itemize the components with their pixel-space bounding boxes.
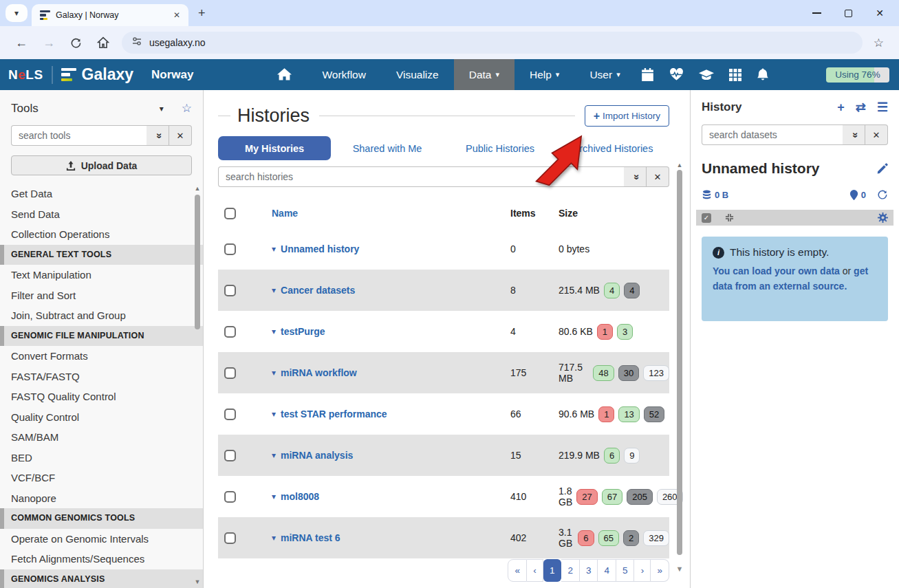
favorites-star-icon[interactable]: ☆: [182, 101, 192, 116]
datasets-search-advanced-button[interactable]: «: [843, 124, 865, 145]
collapse-items-icon[interactable]: [725, 213, 734, 222]
page-button-4[interactable]: 4: [598, 559, 616, 582]
grid-icon[interactable]: [729, 69, 741, 81]
histories-search-advanced-button[interactable]: «: [624, 166, 647, 187]
caret-down-icon[interactable]: ▾: [272, 450, 276, 460]
back-button[interactable]: ←: [15, 36, 28, 50]
scroll-up-icon[interactable]: ▲: [193, 185, 202, 192]
nav-item-visualize[interactable]: Visualize: [381, 59, 454, 90]
window-close-button[interactable]: ✕: [876, 8, 884, 18]
switch-history-icon[interactable]: ⇄: [856, 100, 866, 115]
row-checkbox[interactable]: [224, 491, 236, 503]
tab-shared-with-me[interactable]: Shared with Me: [331, 136, 444, 160]
tool-category-item[interactable]: FASTQ Quality Control: [0, 386, 203, 407]
tool-category-item[interactable]: Nanopore: [0, 488, 203, 509]
history-name-link[interactable]: test STAR performance: [281, 409, 387, 420]
brand[interactable]: NeLS Galaxy Norway: [8, 65, 193, 84]
new-tab-button[interactable]: +: [198, 6, 206, 21]
caret-down-icon[interactable]: ▾: [272, 368, 276, 378]
site-settings-icon[interactable]: [131, 36, 142, 50]
page-button-1[interactable]: 1: [543, 559, 562, 582]
page-button-»[interactable]: »: [651, 559, 669, 582]
datasets-search-input[interactable]: [702, 124, 843, 145]
page-button-2[interactable]: 2: [561, 559, 580, 582]
row-checkbox[interactable]: [224, 285, 236, 296]
nav-item-workflow[interactable]: Workflow: [307, 59, 380, 90]
history-name-link[interactable]: miRNA analysis: [281, 450, 353, 461]
history-options-icon[interactable]: ☰: [877, 100, 888, 115]
caret-down-icon[interactable]: ▾: [272, 244, 276, 254]
tool-category-item[interactable]: Filter and Sort: [0, 285, 203, 306]
address-bar[interactable]: usegalaxy.no: [122, 32, 863, 54]
chevron-down-button[interactable]: ▾: [6, 4, 28, 22]
upload-data-button[interactable]: Upload Data: [11, 155, 192, 175]
nav-item-help[interactable]: Help▾: [515, 59, 574, 90]
histories-search-clear-button[interactable]: ✕: [647, 166, 669, 187]
create-history-icon[interactable]: +: [837, 100, 845, 115]
caret-down-icon[interactable]: ▾: [272, 533, 276, 543]
window-maximize-button[interactable]: [845, 10, 852, 17]
tools-search-input[interactable]: [11, 125, 147, 146]
tools-scrollbar[interactable]: ▲ ▼: [193, 185, 202, 585]
current-history-name[interactable]: Unnamed history: [702, 160, 876, 177]
scroll-down-icon[interactable]: ▼: [675, 565, 684, 573]
tool-category-item[interactable]: VCF/BCF: [0, 468, 203, 488]
tool-category-item[interactable]: SAM/BAM: [0, 427, 203, 448]
history-name-link[interactable]: Unnamed history: [281, 243, 359, 254]
forward-button[interactable]: →: [43, 36, 55, 50]
caret-down-icon[interactable]: ▾: [272, 409, 276, 419]
tools-search-advanced-button[interactable]: «: [147, 125, 169, 146]
usage-badge[interactable]: Using 76%: [826, 67, 889, 83]
tool-category-item[interactable]: Convert Formats: [0, 346, 203, 367]
caret-down-icon[interactable]: ▾: [272, 285, 276, 295]
load-own-data-link[interactable]: You can load your own data: [713, 265, 840, 276]
column-header-name[interactable]: Name: [261, 208, 500, 219]
row-checkbox[interactable]: [224, 409, 236, 420]
history-name-link[interactable]: miRNA test 6: [281, 532, 340, 543]
history-name-link[interactable]: testPurge: [281, 326, 325, 337]
caret-down-icon[interactable]: ▾: [272, 327, 276, 336]
datasets-search-clear-button[interactable]: ✕: [865, 124, 888, 145]
page-button-3[interactable]: 3: [580, 559, 598, 582]
home-button[interactable]: [97, 36, 109, 49]
row-checkbox[interactable]: [224, 326, 236, 338]
tool-category-item[interactable]: Text Manipulation: [0, 265, 203, 285]
row-checkbox[interactable]: [224, 450, 236, 461]
graduation-cap-icon[interactable]: [699, 69, 714, 81]
edit-pencil-icon[interactable]: [876, 163, 888, 175]
page-button-‹[interactable]: ‹: [527, 559, 543, 582]
heartbeat-icon[interactable]: [669, 68, 684, 81]
tool-category-item[interactable]: BED: [0, 448, 203, 468]
select-all-checkbox[interactable]: [224, 208, 236, 219]
tab-my-histories[interactable]: My Histories: [218, 136, 331, 160]
tools-view-dropdown[interactable]: ▾: [160, 104, 164, 113]
tool-category-item[interactable]: Get Data: [0, 184, 203, 204]
select-items-checkbox[interactable]: ✓: [702, 213, 711, 223]
tool-category-item[interactable]: Join, Subtract and Group: [0, 305, 203, 326]
main-scrollbar[interactable]: ▲ ▼: [675, 162, 684, 573]
bell-icon[interactable]: [757, 68, 769, 81]
history-annotations[interactable]: 0: [849, 190, 866, 200]
tool-category-item[interactable]: Send Data: [0, 204, 203, 225]
scroll-up-icon[interactable]: ▲: [675, 162, 684, 168]
history-size[interactable]: 0 B: [702, 190, 728, 200]
page-button-«[interactable]: «: [508, 559, 527, 582]
gear-icon[interactable]: [878, 213, 888, 223]
row-checkbox[interactable]: [224, 243, 236, 255]
history-name-link[interactable]: Cancer datasets: [281, 285, 355, 296]
nav-item-data[interactable]: Data▾: [454, 59, 515, 90]
window-minimize-button[interactable]: [812, 12, 821, 14]
history-name-link[interactable]: mol8008: [281, 491, 319, 502]
tool-category-item[interactable]: FASTA/FASTQ: [0, 367, 203, 387]
history-name-link[interactable]: miRNA workflow: [281, 367, 357, 378]
import-history-button[interactable]: + Import History: [585, 105, 669, 127]
page-button-›[interactable]: ›: [634, 559, 651, 582]
calendar-icon[interactable]: [641, 68, 654, 81]
tool-category-item[interactable]: Quality Control: [0, 407, 203, 428]
tool-category-item[interactable]: Fetch Alignments/Sequences: [0, 549, 203, 569]
reload-button[interactable]: [70, 37, 82, 49]
page-button-5[interactable]: 5: [616, 559, 635, 582]
nav-item-user[interactable]: User▾: [574, 59, 635, 90]
caret-down-icon[interactable]: ▾: [272, 492, 276, 501]
row-checkbox[interactable]: [224, 532, 236, 544]
